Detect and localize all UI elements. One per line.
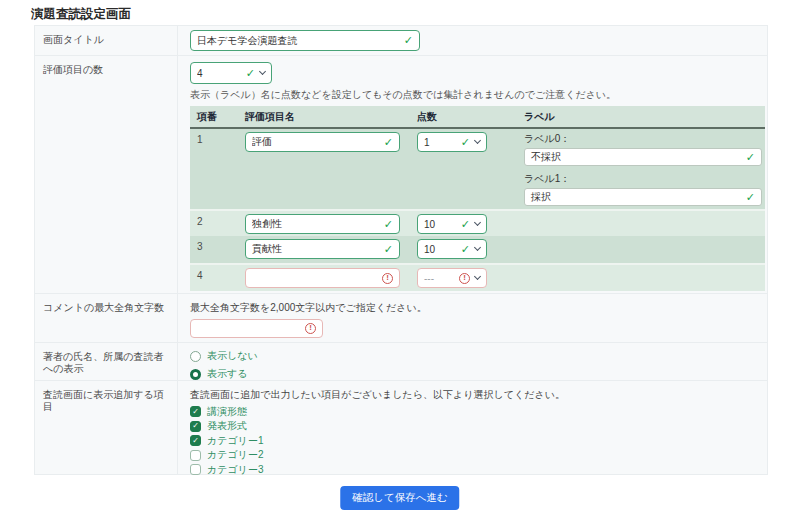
item-score-select[interactable]: --- ! bbox=[417, 268, 487, 288]
settings-form-table: 画面タイトル 日本デモ学会演題査読 ✓ 評価項目の数 4 ✓ 表示（ラベル）名に… bbox=[34, 25, 768, 475]
valid-check-icon: ✓ bbox=[461, 137, 470, 148]
additional-items-list: 講演形態 発表形式 カテゴリー1 カテゴリー2 bbox=[190, 406, 767, 475]
chevron-down-icon bbox=[259, 68, 266, 75]
checkbox-label: カテゴリー3 bbox=[207, 463, 264, 477]
item-count-select-value: 4 bbox=[197, 68, 246, 79]
item-name-input[interactable]: 貢献性 ✓ bbox=[245, 239, 400, 259]
item-count-select[interactable]: 4 ✓ bbox=[190, 62, 272, 84]
header-label: ラベル bbox=[510, 110, 765, 124]
radio-option-show[interactable]: 表示する bbox=[190, 367, 767, 381]
valid-check-icon: ✓ bbox=[746, 152, 755, 163]
table-row: 2 独創性 ✓ 10 ✓ bbox=[190, 209, 765, 236]
review-settings-page: 演題査読設定画面 画面タイトル 日本デモ学会演題査読 ✓ 評価項目の数 4 ✓ … bbox=[0, 0, 800, 510]
author-display-value-cell: 表示しない 表示する bbox=[177, 343, 767, 380]
checkbox-label: カテゴリー2 bbox=[207, 448, 264, 462]
error-icon: ! bbox=[382, 273, 393, 284]
radio-label: 表示する bbox=[207, 367, 247, 381]
table-row: 4 ! --- ! bbox=[190, 263, 765, 291]
valid-check-icon: ✓ bbox=[404, 35, 413, 46]
valid-check-icon: ✓ bbox=[461, 244, 470, 255]
table-row: 1 評価 ✓ 1 ✓ bbox=[190, 129, 765, 209]
screen-title-value-cell: 日本デモ学会演題査読 ✓ bbox=[177, 26, 767, 55]
item-count-note: 表示（ラベル）名に点数などを設定してもその点数では集計されませんのでご注意くださ… bbox=[190, 88, 767, 102]
row-item-count: 評価項目の数 4 ✓ 表示（ラベル）名に点数などを設定してもその点数では集計され… bbox=[35, 56, 767, 294]
row-comment-max: コメントの最大全角文字数 最大全角文字数を2,000文字以内でご指定ください。 … bbox=[35, 294, 767, 343]
row-additional-items: 査読画面に表示追加する項目 査読画面に追加で出力したい項目がございましたら、以下… bbox=[35, 381, 767, 474]
chevron-down-icon bbox=[474, 273, 481, 280]
row-number: 4 bbox=[190, 265, 245, 281]
error-icon: ! bbox=[459, 273, 470, 284]
item-name-input[interactable]: 評価 ✓ bbox=[245, 132, 400, 152]
valid-check-icon: ✓ bbox=[384, 219, 393, 230]
label0-input[interactable]: 不採択 ✓ bbox=[524, 148, 762, 166]
additional-items-instruction: 査読画面に追加で出力したい項目がございましたら、以下より選択してください。 bbox=[190, 388, 767, 402]
item-count-label: 評価項目の数 bbox=[35, 56, 177, 293]
header-name: 評価項目名 bbox=[245, 110, 417, 124]
item-score-select[interactable]: 1 ✓ bbox=[417, 132, 487, 152]
item-score-select[interactable]: 10 ✓ bbox=[417, 239, 487, 259]
item-score-value: 10 bbox=[424, 219, 461, 230]
item-name-value: 貢献性 bbox=[252, 242, 384, 256]
screen-title-label: 画面タイトル bbox=[35, 26, 177, 55]
label1-caption: ラベル1： bbox=[524, 172, 765, 186]
additional-items-value-cell: 査読画面に追加で出力したい項目がございましたら、以下より選択してください。 講演… bbox=[177, 381, 767, 474]
header-score: 点数 bbox=[417, 110, 510, 124]
item-score-select[interactable]: 10 ✓ bbox=[417, 214, 487, 234]
valid-check-icon: ✓ bbox=[461, 219, 470, 230]
confirm-save-button[interactable]: 確認して保存へ進む bbox=[340, 486, 459, 510]
row-number: 1 bbox=[190, 129, 245, 145]
item-name-input[interactable]: ! bbox=[245, 268, 400, 288]
screen-title-input[interactable]: 日本デモ学会演題査読 ✓ bbox=[190, 30, 420, 51]
comment-max-label: コメントの最大全角文字数 bbox=[35, 294, 177, 342]
comment-max-input[interactable]: ! bbox=[190, 319, 323, 338]
checkbox-option[interactable]: カテゴリー1 bbox=[190, 435, 767, 446]
additional-items-label: 査読画面に表示追加する項目 bbox=[35, 381, 177, 474]
item-name-value: 独創性 bbox=[252, 217, 384, 231]
comment-max-instruction: 最大全角文字数を2,000文字以内でご指定ください。 bbox=[190, 301, 767, 315]
item-score-value: --- bbox=[424, 273, 459, 284]
screen-title-input-value: 日本デモ学会演題査読 bbox=[197, 34, 404, 48]
checkbox-icon[interactable] bbox=[190, 464, 201, 475]
checkbox-icon[interactable] bbox=[190, 435, 201, 446]
row-screen-title: 画面タイトル 日本デモ学会演題査読 ✓ bbox=[35, 26, 767, 56]
checkbox-label: 発表形式 bbox=[207, 419, 247, 433]
item-name-input[interactable]: 独創性 ✓ bbox=[245, 214, 400, 234]
table-row: 3 貢献性 ✓ 10 ✓ bbox=[190, 236, 765, 263]
row-number: 3 bbox=[190, 236, 245, 252]
items-table-header: 項番 評価項目名 点数 ラベル bbox=[190, 106, 765, 129]
valid-check-icon: ✓ bbox=[384, 244, 393, 255]
checkbox-option[interactable]: カテゴリー2 bbox=[190, 450, 767, 461]
label1-input[interactable]: 採択 ✓ bbox=[524, 188, 762, 206]
checkbox-label: カテゴリー1 bbox=[207, 434, 264, 448]
checkbox-icon[interactable] bbox=[190, 421, 201, 432]
row-number: 2 bbox=[190, 211, 245, 227]
radio-icon[interactable] bbox=[190, 351, 201, 362]
checkbox-option[interactable]: 講演形態 bbox=[190, 406, 767, 417]
evaluation-items-table: 項番 評価項目名 点数 ラベル 1 評価 ✓ bbox=[190, 106, 765, 291]
header-no: 項番 bbox=[190, 110, 245, 124]
valid-check-icon: ✓ bbox=[384, 137, 393, 148]
chevron-down-icon bbox=[474, 219, 481, 226]
checkbox-icon[interactable] bbox=[190, 406, 201, 417]
page-title: 演題査読設定画面 bbox=[31, 6, 131, 23]
radio-icon[interactable] bbox=[190, 369, 201, 380]
chevron-down-icon bbox=[474, 244, 481, 251]
item-score-value: 1 bbox=[424, 137, 461, 148]
label0-caption: ラベル0： bbox=[524, 132, 765, 146]
label1-value: 採択 bbox=[531, 190, 746, 204]
chevron-down-icon bbox=[474, 137, 481, 144]
checkbox-option[interactable]: 発表形式 bbox=[190, 421, 767, 432]
author-display-label: 著者の氏名、所属の査読者への表示 bbox=[35, 343, 177, 380]
checkbox-icon[interactable] bbox=[190, 450, 201, 461]
item-name-value: 評価 bbox=[252, 135, 384, 149]
item-count-value-cell: 4 ✓ 表示（ラベル）名に点数などを設定してもその点数では集計されませんのでご注… bbox=[177, 56, 767, 293]
error-icon: ! bbox=[305, 323, 316, 334]
comment-max-value-cell: 最大全角文字数を2,000文字以内でご指定ください。 ! bbox=[177, 294, 767, 342]
radio-option-hide[interactable]: 表示しない bbox=[190, 349, 767, 363]
checkbox-option[interactable]: カテゴリー3 bbox=[190, 464, 767, 475]
label0-value: 不採択 bbox=[531, 150, 746, 164]
row-author-display: 著者の氏名、所属の査読者への表示 表示しない 表示する bbox=[35, 343, 767, 381]
radio-label: 表示しない bbox=[207, 349, 258, 363]
checkbox-label: 講演形態 bbox=[207, 405, 247, 419]
valid-check-icon: ✓ bbox=[746, 192, 755, 203]
